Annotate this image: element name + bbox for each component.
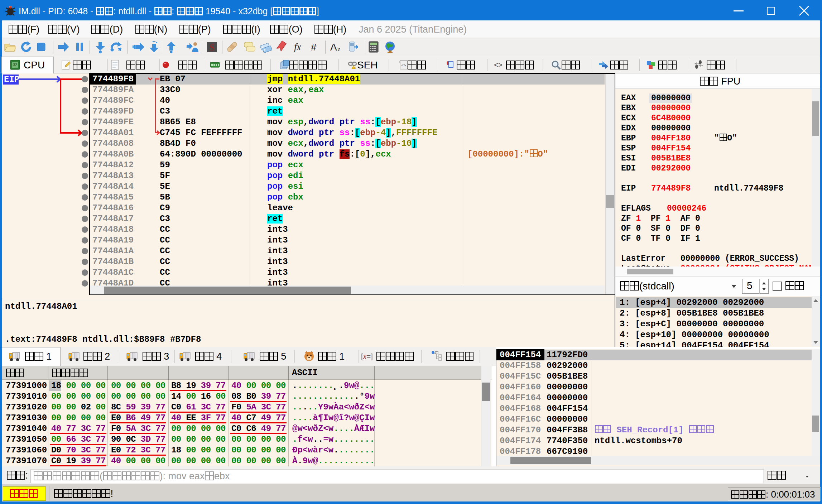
svg-text:A: A	[330, 42, 337, 53]
svg-text:[x=]: [x=]	[361, 352, 373, 360]
svg-text:<>: <>	[494, 61, 503, 69]
svg-text:S: S	[210, 42, 215, 53]
svg-text:<>: <>	[402, 63, 406, 67]
svg-text:!: !	[355, 66, 356, 69]
svg-text:#: #	[311, 42, 317, 53]
svg-text:32: 32	[9, 6, 12, 9]
svg-text:fx: fx	[294, 42, 301, 52]
svg-text:z: z	[337, 46, 341, 53]
svg-text:32: 32	[13, 63, 17, 67]
